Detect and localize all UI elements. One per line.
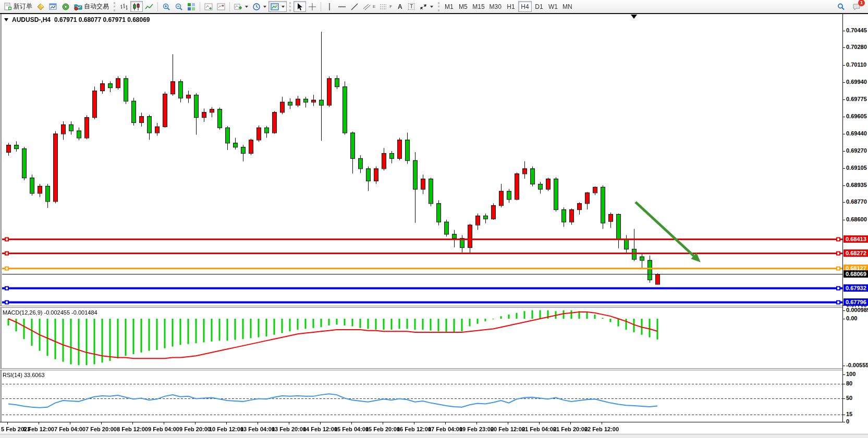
auto-trading-label: 自动交易 (84, 2, 109, 11)
axis-tick-mark (842, 168, 845, 169)
timeframe-button-H4[interactable]: H4 (518, 1, 532, 12)
axis-tick-mark (842, 185, 845, 186)
chart-shift-icon (217, 3, 225, 11)
axis-tick-mark (842, 310, 845, 311)
axis-tick-mark (842, 366, 845, 366)
channel-tool-letter: E (373, 4, 375, 9)
tile-windows-button[interactable] (185, 1, 198, 12)
vertical-line-tool-button[interactable] (323, 1, 336, 12)
rsi-pane-canvas[interactable] (2, 371, 842, 422)
timeframe-button-M1[interactable]: M1 (442, 1, 456, 12)
fibonacci-icon (380, 3, 388, 11)
timeframe-button-H1[interactable]: H1 (504, 1, 518, 12)
timeframe-button-MN[interactable]: MN (560, 1, 574, 12)
bar-chart-icon (120, 3, 128, 11)
dropdown-arrow-icon (245, 6, 248, 8)
time-tick-mark (70, 422, 70, 424)
time-tick-mark (539, 422, 540, 424)
rsi-indicator-label: RSI(14) 33.6063 (3, 372, 45, 378)
price-tick-label: 0.70445 (846, 27, 867, 33)
toolbar-separator (157, 2, 158, 11)
macd-tick-label: 0.00 (846, 315, 857, 321)
fibonacci-tool-button[interactable]: F (377, 1, 394, 12)
time-tick-mark (39, 422, 39, 424)
time-tick-mark (476, 422, 477, 424)
chart-area: AUDUSD-,H4 0.67971 0.68077 0.67971 0.680… (0, 14, 868, 438)
axis-tick-mark (842, 202, 845, 203)
trendline-tool-button[interactable] (348, 1, 361, 12)
notifications-button[interactable]: 1 (850, 1, 863, 12)
new-order-label: 新订单 (14, 2, 32, 11)
autoscroll-button[interactable] (202, 1, 215, 12)
candle-chart-button[interactable] (130, 1, 143, 12)
market-watch-icon (49, 3, 57, 11)
channel-tool-button[interactable]: E (361, 1, 377, 12)
new-order-button[interactable]: 新订单 (2, 1, 34, 12)
profiles-button[interactable] (34, 1, 47, 12)
price-tick-label: 0.68600 (846, 216, 867, 222)
market-watch-button[interactable] (47, 1, 59, 12)
cursor-tool-button[interactable] (294, 1, 306, 12)
price-tick-label: 0.69440 (846, 130, 867, 136)
time-tick-label: 7 Feb 20:00 (85, 426, 117, 432)
timeframe-button-W1[interactable]: W1 (546, 1, 560, 12)
time-tick-mark (508, 422, 508, 424)
zoom-out-icon (175, 3, 183, 11)
price-tick-label: 0.69105 (846, 165, 867, 171)
price-tick-label: 0.68935 (846, 182, 867, 188)
navigator-button[interactable] (59, 1, 72, 12)
axis-tick-mark (842, 319, 845, 319)
price-line-tag: 0.68272 (843, 249, 868, 257)
price-chart-canvas[interactable] (2, 14, 842, 306)
line-chart-button[interactable] (143, 1, 155, 12)
time-tick-label: 13 Feb 20:00 (272, 426, 306, 432)
time-tick-label: 8 Feb 12:00 (117, 426, 148, 432)
periods-button[interactable] (250, 1, 268, 12)
time-tick-mark (445, 422, 446, 424)
text-tool-label: A (398, 3, 402, 10)
zoom-out-button[interactable] (173, 1, 185, 12)
price-tick-label: 0.68770 (846, 198, 867, 205)
auto-trading-button[interactable]: 自动交易 (72, 1, 111, 12)
axis-tick-mark (842, 374, 845, 375)
rsi-tick-label: 50 (846, 395, 852, 401)
time-axis[interactable]: 5 Feb 20236 Feb 12:007 Feb 04:007 Feb 20… (0, 422, 842, 434)
time-tick-mark (570, 422, 571, 424)
macd-pane-canvas[interactable] (2, 308, 842, 368)
chart-title-triangle-icon[interactable] (4, 18, 8, 21)
fibonacci-tool-letter: F (389, 4, 392, 9)
autoscroll-icon (204, 3, 213, 11)
timeframe-button-M30[interactable]: M30 (487, 1, 504, 12)
axis-tick-mark (842, 117, 845, 117)
channel-icon (363, 3, 371, 11)
horizontal-line-tool-button[interactable] (336, 1, 348, 12)
timeframe-button-D1[interactable]: D1 (532, 1, 546, 12)
periods-icon (252, 3, 261, 11)
bar-chart-button[interactable] (118, 1, 130, 12)
crosshair-icon (308, 3, 316, 11)
label-tool-button[interactable]: T (406, 1, 417, 12)
axis-tick-mark (842, 398, 845, 399)
toolbar-separator (321, 2, 321, 11)
text-tool-button[interactable]: A (394, 1, 406, 12)
pane-divider[interactable] (0, 306, 842, 308)
toolbar-separator (200, 2, 200, 11)
timeframe-button-M5[interactable]: M5 (456, 1, 470, 12)
chart-title: AUDUSD-,H4 0.67971 0.68077 0.67971 0.680… (4, 16, 150, 23)
crosshair-tool-button[interactable] (306, 1, 319, 12)
indicators-list-button[interactable] (232, 1, 250, 12)
templates-button[interactable] (268, 1, 287, 12)
search-button[interactable] (835, 1, 847, 12)
price-line-tag: 0.68069 (843, 270, 868, 278)
zoom-in-button[interactable] (160, 1, 173, 12)
tile-windows-icon (187, 3, 195, 11)
time-tick-label: 21 Feb 04:00 (522, 426, 556, 432)
dropdown-arrow-icon (263, 6, 266, 8)
time-tick-mark (195, 422, 195, 424)
timeframe-button-M15[interactable]: M15 (470, 1, 486, 12)
arrows-tool-button[interactable] (417, 1, 435, 12)
rsi-tick-label: 80 (846, 380, 852, 386)
axis-tick-mark (842, 82, 845, 83)
pane-divider[interactable] (0, 368, 842, 370)
chart-shift-button[interactable] (215, 1, 227, 12)
